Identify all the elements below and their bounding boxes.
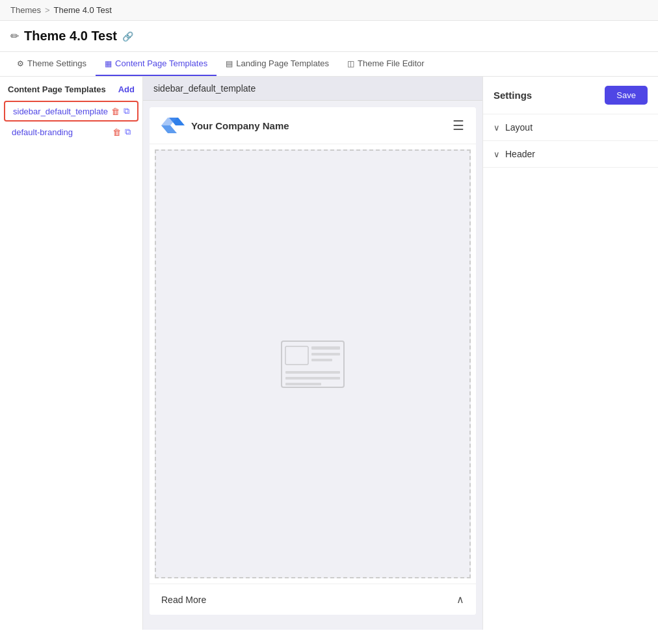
center-preview: sidebar_default_template Your Company Na… [143, 77, 482, 630]
page-title: Theme 4.0 Test [24, 29, 117, 44]
sidebar-item-name-1: sidebar_default_template [13, 107, 108, 116]
svg-rect-9 [285, 377, 340, 380]
hamburger-icon[interactable]: ☰ [453, 118, 464, 133]
read-more-label: Read More [161, 595, 206, 605]
logo-svg [161, 116, 185, 135]
delete-icon-2[interactable]: 🗑 [112, 127, 121, 137]
header-chevron-icon: ∨ [494, 149, 500, 159]
page-title-bar: ✏ Theme 4.0 Test 🔗 [0, 21, 658, 52]
settings-tab-icon: ⚙ [17, 59, 24, 68]
settings-section-header[interactable]: ∨ Header [483, 141, 658, 168]
svg-rect-10 [285, 383, 321, 385]
tab-content-page-templates[interactable]: ▦ Content Page Templates [96, 52, 217, 76]
tab-theme-file-editor[interactable]: ◫ Theme File Editor [338, 52, 434, 76]
save-button[interactable]: Save [605, 86, 648, 105]
svg-rect-4 [285, 346, 308, 365]
tab-landing-label: Landing Page Templates [236, 58, 329, 68]
sidebar-item-1-actions: 🗑 ⧉ [111, 106, 129, 116]
breadcrumb-separator: > [45, 5, 50, 15]
company-name: Your Company Name [191, 120, 289, 131]
sidebar-title: Content Page Templates [8, 84, 106, 94]
tab-content-label: Content Page Templates [115, 58, 207, 68]
chevron-up-icon: ∧ [456, 593, 464, 606]
breadcrumb: Themes > Theme 4.0 Test [0, 0, 658, 21]
sidebar-item-2-actions: 🗑 ⧉ [112, 127, 131, 137]
preview-card: Your Company Name ☰ [150, 107, 476, 615]
layout-section-label: Layout [505, 122, 533, 133]
content-layout-icon [280, 340, 345, 389]
tab-navigation: ⚙ Theme Settings ▦ Content Page Template… [0, 52, 658, 77]
settings-section-layout[interactable]: ∨ Layout [483, 114, 658, 141]
preview-title-bar: sidebar_default_template [143, 77, 482, 101]
preview-page-header: Your Company Name ☰ [150, 107, 476, 144]
add-template-button[interactable]: Add [118, 84, 135, 94]
copy-icon-1[interactable]: ⧉ [124, 106, 129, 116]
svg-rect-8 [285, 371, 340, 374]
header-section-label: Header [505, 149, 535, 159]
delete-icon-1[interactable]: 🗑 [111, 107, 120, 116]
right-settings-panel: Settings Save ∨ Layout ∨ Header [482, 77, 658, 630]
sidebar-item-sidebar-default-template[interactable]: sidebar_default_template 🗑 ⧉ [4, 101, 138, 122]
preview-template-title: sidebar_default_template [153, 83, 256, 94]
layout-chevron-icon: ∨ [494, 123, 500, 133]
sidebar-item-default-branding[interactable]: default-branding 🗑 ⧉ [4, 123, 138, 141]
content-tab-icon: ▦ [105, 59, 112, 68]
landing-tab-icon: ▤ [226, 59, 233, 68]
preview-logo: Your Company Name [161, 116, 289, 135]
settings-panel-title: Settings [494, 90, 532, 101]
sidebar-header: Content Page Templates Add [0, 84, 142, 99]
svg-rect-7 [311, 359, 332, 361]
tab-theme-settings-label: Theme Settings [27, 58, 86, 68]
main-layout: Content Page Templates Add sidebar_defau… [0, 77, 658, 630]
copy-icon-2[interactable]: ⧉ [125, 127, 131, 137]
settings-panel-header: Settings Save [483, 77, 658, 114]
svg-rect-6 [311, 353, 340, 355]
breadcrumb-current: Theme 4.0 Test [54, 5, 112, 15]
svg-rect-5 [311, 346, 340, 350]
tab-landing-page-templates[interactable]: ▤ Landing Page Templates [217, 52, 338, 76]
layout-placeholder [280, 340, 345, 389]
edit-link-icon[interactable]: 🔗 [122, 31, 133, 42]
breadcrumb-parent[interactable]: Themes [10, 5, 41, 15]
preview-body-placeholder [155, 149, 471, 578]
tab-theme-settings[interactable]: ⚙ Theme Settings [8, 52, 96, 76]
pencil-icon: ✏ [10, 30, 19, 42]
tab-file-editor-label: Theme File Editor [358, 58, 425, 68]
svg-marker-1 [161, 125, 177, 133]
read-more-bar[interactable]: Read More ∧ [150, 584, 476, 615]
sidebar-item-name-2: default-branding [12, 127, 73, 137]
left-sidebar: Content Page Templates Add sidebar_defau… [0, 77, 143, 630]
preview-content: Your Company Name ☰ [143, 101, 482, 621]
file-editor-tab-icon: ◫ [347, 59, 354, 68]
